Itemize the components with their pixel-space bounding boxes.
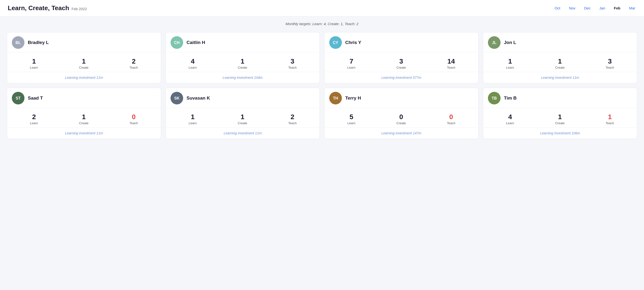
learning-investment: Learning investment 11m	[65, 131, 103, 135]
person-card-caitlin: CH Caitlin H 4 Learn 1 Create 3 Teach	[166, 32, 320, 83]
avatar: CY	[329, 36, 342, 49]
learn-value: 1	[32, 58, 36, 65]
create-value: 1	[82, 113, 86, 121]
learning-investment: Learning investment 147m	[382, 131, 422, 135]
card-footer: Learning investment 11m	[483, 72, 637, 83]
learning-investment: Learning investment 104m	[223, 76, 263, 79]
nav-month-feb[interactable]: Feb	[613, 5, 621, 11]
teach-label: Teach	[130, 121, 138, 125]
learn-value: 1	[508, 58, 512, 65]
card-header: JL Jon L	[483, 32, 637, 52]
avatar: CH	[170, 36, 183, 49]
learn-label: Learn	[189, 66, 197, 69]
month-nav: OctNovDecJanFebMar	[554, 5, 636, 11]
person-name: Tim B	[504, 95, 516, 101]
create-value: 1	[558, 113, 562, 121]
header-title-area: Learn, Create, Teach Feb 2022	[8, 4, 87, 12]
card-header: TH Terry H	[324, 88, 478, 108]
stat-create: 1 Create	[79, 58, 88, 69]
create-label: Create	[238, 66, 247, 69]
svg-text:SK: SK	[174, 96, 180, 100]
person-card-chrisY: CY Chris Y 7 Learn 3 Create 14 Teach	[324, 32, 478, 83]
nav-month-jan[interactable]: Jan	[598, 5, 606, 11]
teach-label: Teach	[288, 66, 296, 69]
teach-value: 0	[449, 113, 453, 121]
card-stats: 4 Learn 1 Create 1 Teach	[483, 108, 637, 128]
nav-month-nov[interactable]: Nov	[568, 5, 576, 11]
avatar: JL	[488, 36, 500, 49]
create-label: Create	[396, 121, 406, 125]
stat-teach: 0 Teach	[130, 113, 138, 125]
stat-create: 1 Create	[79, 113, 88, 125]
learn-label: Learn	[348, 66, 356, 69]
card-footer: Learning investment 106m	[483, 128, 637, 139]
teach-value: 3	[608, 58, 612, 65]
card-header: SK Suvasan K	[166, 88, 320, 108]
learn-value: 5	[350, 113, 354, 121]
svg-text:BL: BL	[16, 41, 21, 45]
teach-value: 2	[290, 113, 294, 121]
learn-value: 2	[32, 113, 36, 121]
card-header: CY Chris Y	[324, 32, 478, 52]
nav-month-mar[interactable]: Mar	[628, 5, 636, 11]
create-label: Create	[555, 121, 565, 125]
stat-create: 1 Create	[555, 58, 565, 69]
learn-value: 7	[350, 58, 354, 65]
period-label: Feb 2022	[72, 7, 87, 11]
create-label: Create	[79, 121, 88, 125]
person-name: Caitlin H	[186, 40, 205, 45]
avatar: BL	[12, 36, 24, 49]
teach-label: Teach	[130, 66, 138, 69]
create-value: 1	[240, 113, 244, 121]
teach-label: Teach	[288, 121, 296, 125]
teach-label: Teach	[606, 121, 614, 125]
learn-label: Learn	[189, 121, 197, 125]
stat-learn: 5 Learn	[348, 113, 356, 125]
card-footer: Learning investment 104m	[166, 72, 320, 83]
person-name: Saad T	[28, 95, 43, 101]
stat-teach: 2 Teach	[130, 58, 138, 69]
teach-label: Teach	[606, 66, 614, 69]
create-value: 0	[399, 113, 403, 121]
create-value: 1	[240, 58, 244, 65]
nav-month-dec[interactable]: Dec	[583, 5, 592, 11]
create-value: 1	[558, 58, 562, 65]
learning-investment: Learning investment 11m	[65, 76, 103, 79]
nav-month-oct[interactable]: Oct	[554, 5, 561, 11]
create-label: Create	[396, 66, 406, 69]
card-footer: Learning investment 577m	[324, 72, 478, 83]
app-header: Learn, Create, Teach Feb 2022 OctNovDecJ…	[0, 0, 644, 16]
stat-create: 1 Create	[238, 113, 247, 125]
teach-label: Teach	[447, 66, 455, 69]
monthly-targets: Monthly targets: Learn: 4, Create: 1, Te…	[0, 16, 644, 28]
card-header: ST Saad T	[7, 88, 161, 108]
svg-text:CY: CY	[333, 41, 338, 45]
person-card-jonL: JL Jon L 1 Learn 1 Create 3 Teach	[483, 32, 637, 83]
card-stats: 1 Learn 1 Create 3 Teach	[483, 52, 637, 72]
card-footer: Learning investment 11m	[7, 72, 161, 83]
stat-teach: 0 Teach	[447, 113, 455, 125]
teach-value: 14	[447, 58, 455, 65]
app-title: Learn, Create, Teach	[8, 4, 69, 12]
avatar: TB	[488, 92, 500, 104]
avatar: TH	[329, 92, 342, 104]
stat-learn: 4 Learn	[189, 58, 197, 69]
create-label: Create	[238, 121, 247, 125]
create-value: 3	[399, 58, 403, 65]
person-name: Suvasan K	[186, 95, 210, 101]
learn-label: Learn	[30, 121, 38, 125]
stat-learn: 1 Learn	[189, 113, 197, 125]
create-value: 1	[82, 58, 86, 65]
stat-learn: 4 Learn	[506, 113, 514, 125]
person-name: Chris Y	[345, 40, 361, 45]
card-stats: 1 Learn 1 Create 2 Teach	[166, 108, 320, 128]
stat-learn: 1 Learn	[506, 58, 514, 69]
people-grid: BL Bradley L 1 Learn 1 Create 2 Teach	[0, 28, 644, 146]
learning-investment: Learning investment 577m	[382, 76, 422, 79]
learn-label: Learn	[506, 121, 514, 125]
stat-learn: 1 Learn	[30, 58, 38, 69]
learning-investment: Learning investment 11m	[224, 131, 262, 135]
person-card-suvasan: SK Suvasan K 1 Learn 1 Create 2 Teach	[166, 88, 320, 139]
stat-create: 0 Create	[396, 113, 406, 125]
svg-text:JL: JL	[492, 41, 497, 45]
